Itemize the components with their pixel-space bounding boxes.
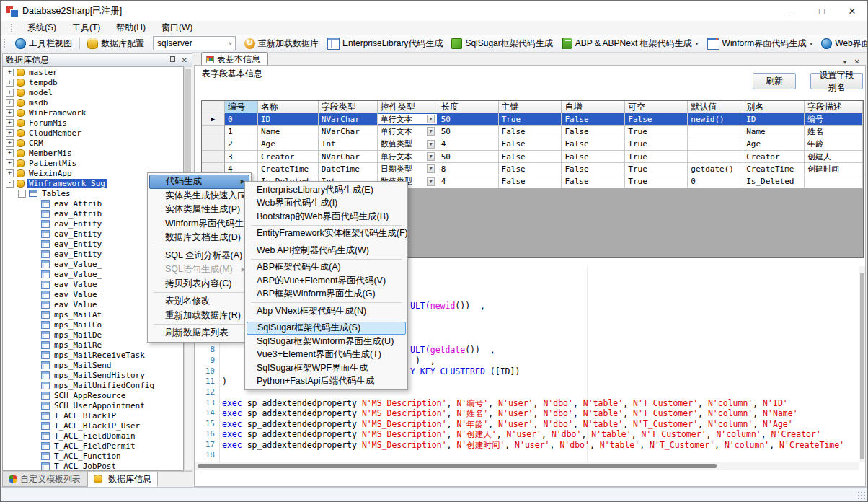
dropdown-icon[interactable]: ▼ — [427, 140, 434, 149]
grid-cell[interactable]: ID — [258, 113, 319, 126]
grid-cell[interactable] — [805, 175, 863, 188]
tree-node-mps_MailReceiveTask[interactable]: +mps_MailReceiveTask — [3, 350, 183, 360]
expand-icon[interactable]: + — [6, 89, 14, 97]
grid-cell[interactable]: False — [562, 175, 625, 188]
bottom-tab-1[interactable]: 数据库信息 — [87, 472, 158, 487]
dropdown-icon[interactable]: ▼ — [427, 152, 434, 161]
grid-cell[interactable]: 编号 — [805, 113, 863, 126]
database-type-combo[interactable]: sqlserver˅ — [153, 36, 236, 50]
tree-node-CloudMember[interactable]: +CloudMember — [3, 128, 183, 138]
grid-cell[interactable]: False — [499, 163, 562, 175]
grid-cell[interactable]: NVarChar — [319, 126, 378, 138]
grid-cell[interactable]: Name — [743, 126, 805, 138]
expand-icon[interactable]: + — [6, 109, 14, 117]
grid-cell[interactable]: 创建人 — [805, 151, 863, 163]
collapse-icon[interactable]: - — [6, 180, 14, 188]
grid-cell[interactable]: False — [499, 151, 562, 163]
dropdown-icon[interactable]: ▼ — [427, 164, 434, 173]
grid-cell[interactable]: DateTime — [319, 163, 378, 175]
row-header-cell[interactable] — [202, 126, 225, 138]
tree-node-model[interactable]: +model — [3, 87, 183, 97]
tree-node-mps_MailUnifiedConfig[interactable]: +mps_MailUnifiedConfig — [3, 380, 183, 390]
grid-cell[interactable]: NVarChar — [319, 151, 378, 163]
menubar-item-0[interactable]: 系统(S) — [20, 21, 63, 35]
expand-icon[interactable]: + — [6, 139, 14, 147]
toolbar-button-5[interactable]: EnterpriseLibrary代码生成 — [323, 35, 447, 52]
menu-item-18[interactable]: Python+FastApi后端代码生成 — [247, 375, 406, 389]
collapse-icon[interactable]: - — [18, 190, 26, 198]
menu-item-13[interactable]: 刷新数据库列表 — [149, 326, 249, 340]
grid-cell[interactable]: getdate() — [688, 163, 743, 175]
menubar-item-3[interactable]: 窗口(W) — [154, 21, 200, 35]
grid-header-10[interactable]: 字段描述 — [805, 101, 863, 113]
grid-cell[interactable]: 3 — [225, 151, 258, 163]
row-header-cell[interactable] — [202, 151, 225, 163]
dropdown-icon[interactable]: ▼ — [427, 177, 434, 186]
row-header-cell[interactable] — [202, 138, 225, 151]
tree-node-CRM[interactable]: +CRM — [3, 138, 183, 148]
toolbar-button-7[interactable]: ABP & ABPNext 框架代码生成▾ — [557, 35, 703, 52]
grid-cell[interactable]: True — [625, 175, 688, 188]
grid-cell[interactable]: CreateTime — [743, 163, 805, 175]
grid-cell[interactable]: Int — [319, 138, 378, 151]
grid-header-2[interactable]: 字段类型 — [319, 101, 378, 113]
grid-cell[interactable]: 50 — [438, 126, 499, 138]
grid-cell[interactable]: Age — [743, 138, 805, 151]
bottom-tab-0[interactable]: 自定义模板列表 — [2, 472, 87, 487]
tree-node-T_ACL_Function[interactable]: +T_ACL_Function — [3, 451, 183, 461]
menu-item-16[interactable]: Vue3+Element界面代码生成(T) — [247, 348, 406, 362]
table-row[interactable]: 3CreatorNVarChar单行文本▼50FalseFalseTrueCre… — [202, 151, 863, 163]
grid-cell[interactable]: 单行文本▼ — [378, 151, 438, 163]
tree-node-T_ACL_FieldDomain[interactable]: +T_ACL_FieldDomain — [3, 431, 183, 441]
grid-cell[interactable]: 单行文本▼ — [378, 113, 438, 126]
tree-node-T_ACL_JobPost[interactable]: +T_ACL_JobPost — [3, 461, 183, 471]
tree-node-master[interactable]: +master — [3, 67, 183, 77]
grid-cell[interactable]: 0 — [688, 175, 743, 188]
code-vertical-scrollbar[interactable] — [859, 266, 865, 462]
menu-item-6[interactable]: SQL 查询分析器(A) — [149, 249, 249, 263]
menu-item-8[interactable]: 拷贝列表内容(C) — [149, 277, 249, 291]
menu-item-14[interactable]: SqlSugar框架代码生成(S) — [247, 322, 406, 335]
grid-cell[interactable]: Creator — [258, 151, 319, 163]
refresh-button[interactable]: 刷新 — [753, 73, 796, 89]
tree-node-T_ACL_BlackIP_User[interactable]: +T_ACL_BlackIP_User — [3, 420, 183, 431]
grid-cell[interactable]: CreateTime — [258, 163, 319, 175]
toolbar-button-4[interactable]: 重新加载数据库 — [240, 35, 323, 52]
toolbar-button-2[interactable]: 数据库配置 — [83, 35, 149, 52]
grid-cell[interactable]: False — [562, 138, 625, 151]
tree-node-T_ACL_BlackIP[interactable]: +T_ACL_BlackIP — [3, 410, 183, 420]
grid-cell[interactable]: True — [625, 126, 688, 138]
grid-cell[interactable]: True — [625, 151, 688, 163]
menu-item-12[interactable]: Abp VNext框架代码生成(N) — [247, 304, 406, 318]
grid-cell[interactable]: 8 — [438, 163, 499, 175]
table-row[interactable]: ▶0IDNVarChar单行文本▼50TrueFalseFalsenewid()… — [202, 113, 863, 126]
grid-cell[interactable]: Age — [258, 138, 319, 151]
grid-cell[interactable]: Name — [258, 126, 319, 138]
grid-cell[interactable]: 4 — [438, 138, 499, 151]
pin-icon[interactable] — [169, 56, 176, 63]
grid-header-8[interactable]: 默认值 — [688, 101, 743, 113]
grid-cell[interactable]: 日期类型▼ — [378, 163, 438, 175]
toolbar-button-8[interactable]: Winform界面代码生成▾ — [703, 35, 818, 52]
menu-item-1[interactable]: 实体类生成快速入口▶ — [149, 189, 249, 203]
table-row[interactable]: 1NameNVarChar单行文本▼50FalseFalseTrueName姓名 — [202, 126, 863, 138]
grid-cell[interactable]: False — [499, 138, 562, 151]
grid-cell[interactable]: 1 — [225, 126, 258, 138]
menu-item-9[interactable]: ABP的Vue+Element界面代码(V) — [247, 274, 406, 288]
table-row[interactable]: 2AgeInt数值类型▼4FalseFalseTrueAge年龄 — [202, 138, 863, 151]
menu-item-15[interactable]: SqlSugar框架Winform界面生成(U) — [247, 335, 406, 348]
grid-cell[interactable]: 0 — [225, 113, 258, 126]
grid-cell[interactable]: 50 — [438, 113, 499, 126]
minimize-button[interactable]: – — [776, 1, 807, 21]
tree-node-ForumMis[interactable]: +ForumMis — [3, 118, 183, 128]
close-button[interactable]: ✕ — [837, 1, 867, 21]
grid-cell[interactable]: True — [625, 138, 688, 151]
tree-node-msdb[interactable]: +msdb — [3, 97, 183, 107]
menu-item-4[interactable]: EntityFramework实体框架代码生成(F) — [247, 227, 406, 241]
tree-node-mps_MailSend[interactable]: +mps_MailSend — [3, 360, 183, 370]
menubar-item-2[interactable]: 帮助(H) — [109, 21, 153, 35]
grid-cell[interactable]: 50 — [438, 151, 499, 163]
menu-item-10[interactable]: 表别名修改 — [149, 294, 249, 309]
grid-cell[interactable]: ID — [743, 113, 805, 126]
table-row[interactable]: 4CreateTimeDateTime日期类型▼8FalseFalseTrueg… — [202, 163, 863, 175]
